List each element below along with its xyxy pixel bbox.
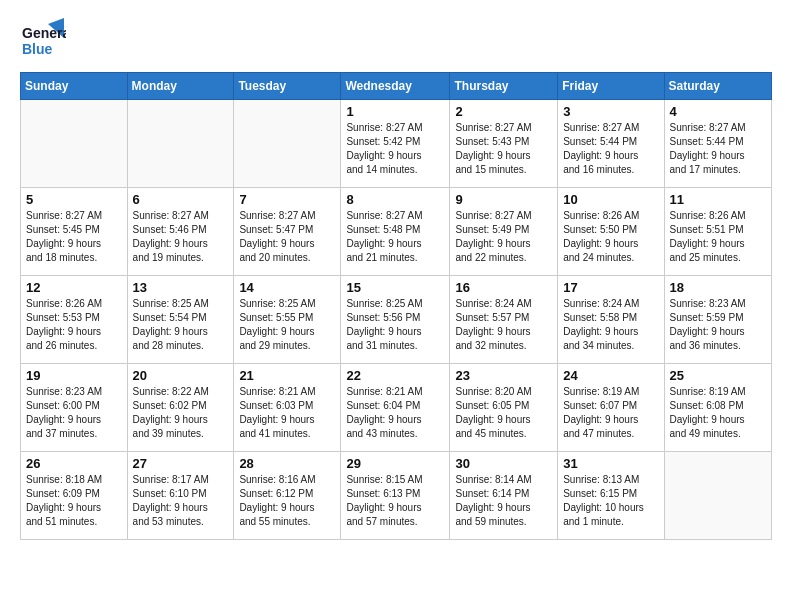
day-info: Sunrise: 8:15 AM Sunset: 6:13 PM Dayligh… bbox=[346, 473, 444, 529]
logo: GeneralBlue bbox=[20, 16, 66, 62]
day-info: Sunrise: 8:24 AM Sunset: 5:58 PM Dayligh… bbox=[563, 297, 658, 353]
day-number: 2 bbox=[455, 104, 552, 119]
day-cell: 3Sunrise: 8:27 AM Sunset: 5:44 PM Daylig… bbox=[558, 100, 664, 188]
day-number: 20 bbox=[133, 368, 229, 383]
day-info: Sunrise: 8:25 AM Sunset: 5:56 PM Dayligh… bbox=[346, 297, 444, 353]
day-number: 7 bbox=[239, 192, 335, 207]
day-number: 13 bbox=[133, 280, 229, 295]
weekday-header-friday: Friday bbox=[558, 73, 664, 100]
day-number: 18 bbox=[670, 280, 766, 295]
day-cell: 29Sunrise: 8:15 AM Sunset: 6:13 PM Dayli… bbox=[341, 452, 450, 540]
week-row-5: 26Sunrise: 8:18 AM Sunset: 6:09 PM Dayli… bbox=[21, 452, 772, 540]
day-cell: 31Sunrise: 8:13 AM Sunset: 6:15 PM Dayli… bbox=[558, 452, 664, 540]
day-cell: 12Sunrise: 8:26 AM Sunset: 5:53 PM Dayli… bbox=[21, 276, 128, 364]
weekday-header-wednesday: Wednesday bbox=[341, 73, 450, 100]
day-info: Sunrise: 8:22 AM Sunset: 6:02 PM Dayligh… bbox=[133, 385, 229, 441]
day-info: Sunrise: 8:27 AM Sunset: 5:42 PM Dayligh… bbox=[346, 121, 444, 177]
day-number: 6 bbox=[133, 192, 229, 207]
day-number: 3 bbox=[563, 104, 658, 119]
day-number: 17 bbox=[563, 280, 658, 295]
day-info: Sunrise: 8:27 AM Sunset: 5:48 PM Dayligh… bbox=[346, 209, 444, 265]
weekday-header-tuesday: Tuesday bbox=[234, 73, 341, 100]
week-row-2: 5Sunrise: 8:27 AM Sunset: 5:45 PM Daylig… bbox=[21, 188, 772, 276]
day-info: Sunrise: 8:20 AM Sunset: 6:05 PM Dayligh… bbox=[455, 385, 552, 441]
day-cell: 15Sunrise: 8:25 AM Sunset: 5:56 PM Dayli… bbox=[341, 276, 450, 364]
day-info: Sunrise: 8:13 AM Sunset: 6:15 PM Dayligh… bbox=[563, 473, 658, 529]
day-number: 12 bbox=[26, 280, 122, 295]
day-cell: 17Sunrise: 8:24 AM Sunset: 5:58 PM Dayli… bbox=[558, 276, 664, 364]
day-number: 30 bbox=[455, 456, 552, 471]
day-info: Sunrise: 8:17 AM Sunset: 6:10 PM Dayligh… bbox=[133, 473, 229, 529]
svg-text:Blue: Blue bbox=[22, 41, 53, 57]
day-info: Sunrise: 8:23 AM Sunset: 6:00 PM Dayligh… bbox=[26, 385, 122, 441]
day-cell: 8Sunrise: 8:27 AM Sunset: 5:48 PM Daylig… bbox=[341, 188, 450, 276]
day-cell bbox=[21, 100, 128, 188]
day-number: 28 bbox=[239, 456, 335, 471]
day-info: Sunrise: 8:27 AM Sunset: 5:45 PM Dayligh… bbox=[26, 209, 122, 265]
day-info: Sunrise: 8:24 AM Sunset: 5:57 PM Dayligh… bbox=[455, 297, 552, 353]
day-number: 29 bbox=[346, 456, 444, 471]
weekday-header-row: SundayMondayTuesdayWednesdayThursdayFrid… bbox=[21, 73, 772, 100]
day-info: Sunrise: 8:27 AM Sunset: 5:49 PM Dayligh… bbox=[455, 209, 552, 265]
weekday-header-thursday: Thursday bbox=[450, 73, 558, 100]
day-cell: 14Sunrise: 8:25 AM Sunset: 5:55 PM Dayli… bbox=[234, 276, 341, 364]
day-number: 21 bbox=[239, 368, 335, 383]
day-cell: 16Sunrise: 8:24 AM Sunset: 5:57 PM Dayli… bbox=[450, 276, 558, 364]
day-info: Sunrise: 8:19 AM Sunset: 6:08 PM Dayligh… bbox=[670, 385, 766, 441]
day-cell: 13Sunrise: 8:25 AM Sunset: 5:54 PM Dayli… bbox=[127, 276, 234, 364]
weekday-header-sunday: Sunday bbox=[21, 73, 128, 100]
day-number: 10 bbox=[563, 192, 658, 207]
day-info: Sunrise: 8:27 AM Sunset: 5:46 PM Dayligh… bbox=[133, 209, 229, 265]
day-info: Sunrise: 8:26 AM Sunset: 5:53 PM Dayligh… bbox=[26, 297, 122, 353]
day-cell: 30Sunrise: 8:14 AM Sunset: 6:14 PM Dayli… bbox=[450, 452, 558, 540]
day-number: 22 bbox=[346, 368, 444, 383]
week-row-1: 1Sunrise: 8:27 AM Sunset: 5:42 PM Daylig… bbox=[21, 100, 772, 188]
day-number: 24 bbox=[563, 368, 658, 383]
day-cell: 25Sunrise: 8:19 AM Sunset: 6:08 PM Dayli… bbox=[664, 364, 771, 452]
day-cell: 5Sunrise: 8:27 AM Sunset: 5:45 PM Daylig… bbox=[21, 188, 128, 276]
day-number: 16 bbox=[455, 280, 552, 295]
day-cell: 11Sunrise: 8:26 AM Sunset: 5:51 PM Dayli… bbox=[664, 188, 771, 276]
day-cell bbox=[127, 100, 234, 188]
day-number: 9 bbox=[455, 192, 552, 207]
day-cell: 9Sunrise: 8:27 AM Sunset: 5:49 PM Daylig… bbox=[450, 188, 558, 276]
day-info: Sunrise: 8:27 AM Sunset: 5:47 PM Dayligh… bbox=[239, 209, 335, 265]
day-number: 25 bbox=[670, 368, 766, 383]
day-cell: 26Sunrise: 8:18 AM Sunset: 6:09 PM Dayli… bbox=[21, 452, 128, 540]
day-number: 31 bbox=[563, 456, 658, 471]
day-cell: 27Sunrise: 8:17 AM Sunset: 6:10 PM Dayli… bbox=[127, 452, 234, 540]
day-cell: 23Sunrise: 8:20 AM Sunset: 6:05 PM Dayli… bbox=[450, 364, 558, 452]
day-info: Sunrise: 8:21 AM Sunset: 6:04 PM Dayligh… bbox=[346, 385, 444, 441]
svg-text:General: General bbox=[22, 25, 66, 41]
day-cell bbox=[234, 100, 341, 188]
day-info: Sunrise: 8:26 AM Sunset: 5:50 PM Dayligh… bbox=[563, 209, 658, 265]
weekday-header-monday: Monday bbox=[127, 73, 234, 100]
day-info: Sunrise: 8:14 AM Sunset: 6:14 PM Dayligh… bbox=[455, 473, 552, 529]
day-cell: 2Sunrise: 8:27 AM Sunset: 5:43 PM Daylig… bbox=[450, 100, 558, 188]
day-number: 8 bbox=[346, 192, 444, 207]
logo-svg: GeneralBlue bbox=[20, 16, 66, 62]
day-info: Sunrise: 8:27 AM Sunset: 5:43 PM Dayligh… bbox=[455, 121, 552, 177]
day-number: 4 bbox=[670, 104, 766, 119]
day-cell: 4Sunrise: 8:27 AM Sunset: 5:44 PM Daylig… bbox=[664, 100, 771, 188]
day-info: Sunrise: 8:19 AM Sunset: 6:07 PM Dayligh… bbox=[563, 385, 658, 441]
day-cell: 28Sunrise: 8:16 AM Sunset: 6:12 PM Dayli… bbox=[234, 452, 341, 540]
day-number: 26 bbox=[26, 456, 122, 471]
day-info: Sunrise: 8:21 AM Sunset: 6:03 PM Dayligh… bbox=[239, 385, 335, 441]
day-number: 15 bbox=[346, 280, 444, 295]
day-info: Sunrise: 8:23 AM Sunset: 5:59 PM Dayligh… bbox=[670, 297, 766, 353]
day-cell: 7Sunrise: 8:27 AM Sunset: 5:47 PM Daylig… bbox=[234, 188, 341, 276]
day-cell: 21Sunrise: 8:21 AM Sunset: 6:03 PM Dayli… bbox=[234, 364, 341, 452]
day-cell: 24Sunrise: 8:19 AM Sunset: 6:07 PM Dayli… bbox=[558, 364, 664, 452]
week-row-4: 19Sunrise: 8:23 AM Sunset: 6:00 PM Dayli… bbox=[21, 364, 772, 452]
day-cell: 18Sunrise: 8:23 AM Sunset: 5:59 PM Dayli… bbox=[664, 276, 771, 364]
day-info: Sunrise: 8:18 AM Sunset: 6:09 PM Dayligh… bbox=[26, 473, 122, 529]
header: GeneralBlue bbox=[20, 16, 772, 62]
day-number: 19 bbox=[26, 368, 122, 383]
day-info: Sunrise: 8:25 AM Sunset: 5:54 PM Dayligh… bbox=[133, 297, 229, 353]
day-number: 14 bbox=[239, 280, 335, 295]
day-info: Sunrise: 8:26 AM Sunset: 5:51 PM Dayligh… bbox=[670, 209, 766, 265]
day-number: 11 bbox=[670, 192, 766, 207]
weekday-header-saturday: Saturday bbox=[664, 73, 771, 100]
day-cell: 1Sunrise: 8:27 AM Sunset: 5:42 PM Daylig… bbox=[341, 100, 450, 188]
